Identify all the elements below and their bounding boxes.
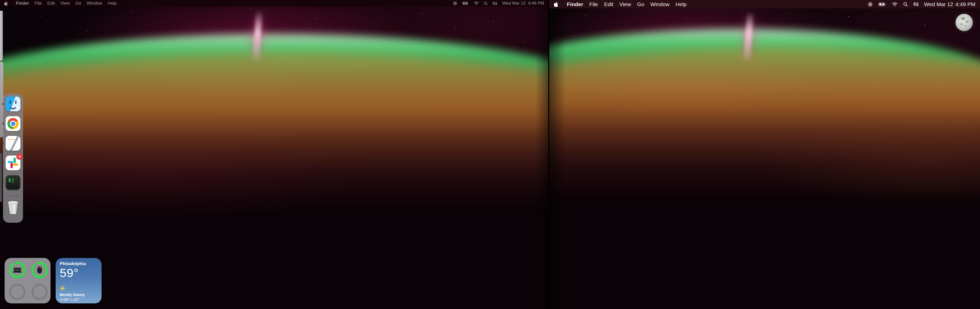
dock-separator (6, 196, 20, 196)
menu-item-go[interactable]: Go (637, 1, 644, 7)
terminal-prompt: $| (8, 177, 15, 183)
offscreen-window-edge (0, 11, 3, 61)
apple-menu[interactable] (4, 1, 8, 6)
menubar-right: Finder File Edit View Go Window Help (549, 0, 980, 8)
menubar-left: Finder File Edit View Go Window Help (0, 0, 548, 6)
menu-item-help[interactable]: Help (108, 1, 117, 6)
running-indicator (2, 162, 3, 164)
menu-item-view[interactable]: View (60, 1, 70, 6)
dock-icon-finder[interactable] (6, 97, 21, 111)
wallpaper-right (549, 0, 980, 309)
running-indicator (2, 104, 3, 105)
aurora-plume (252, 11, 262, 62)
chrome-icon (6, 116, 21, 131)
aurora-orange-band (0, 53, 548, 272)
weather-condition: Mostly Sunny (60, 292, 97, 297)
weather-temperature: 59° (60, 267, 97, 279)
dock-icon-chrome[interactable] (6, 116, 21, 131)
widget-batteries[interactable] (5, 258, 51, 303)
control-center-icon[interactable] (913, 2, 918, 6)
desktop: Finder File Edit View Go Window Help (0, 0, 980, 309)
trash-icon (6, 200, 21, 215)
slack-notification-badge (16, 153, 22, 159)
menu-item-help[interactable]: Help (676, 1, 687, 7)
menu-item-file[interactable]: File (35, 1, 41, 6)
sun-icon (60, 285, 97, 291)
battery-charging-icon[interactable] (878, 2, 886, 6)
menubar-clock[interactable]: Wed Mar 12 4:49 PM (502, 1, 544, 6)
dock-icon-trash[interactable] (6, 200, 21, 215)
spotlight-search-icon[interactable] (903, 2, 908, 6)
menubar-date: Wed Mar 12 (502, 1, 525, 6)
dock-icon-slack[interactable] (6, 156, 21, 170)
laptop-icon (13, 268, 22, 273)
menu-item-edit[interactable]: Edit (604, 1, 613, 7)
apple-icon (554, 2, 558, 7)
wifi-icon[interactable] (474, 2, 479, 5)
mouse-icon (37, 266, 42, 274)
aurora-plume (743, 11, 754, 63)
dock: $| (3, 94, 23, 223)
menubar-time: 4:49 PM (956, 1, 975, 7)
menu-app-name[interactable]: Finder (16, 1, 29, 6)
menu-app-name[interactable]: Finder (567, 1, 583, 7)
moon (956, 14, 973, 31)
spotlight-search-icon[interactable] (484, 1, 488, 5)
apple-icon (4, 1, 8, 6)
menu-item-view[interactable]: View (619, 1, 631, 7)
dock-icon-terminal[interactable]: $| (6, 175, 21, 190)
dock-icon-notes[interactable] (6, 136, 21, 151)
aurora-green-band (549, 29, 980, 258)
display-left-edge-shade (535, 0, 548, 309)
aurora-orange-band (549, 47, 980, 272)
running-indicator (2, 123, 3, 124)
battery-rings (5, 258, 51, 303)
display-right: Finder File Edit View Go Window Help (549, 0, 980, 309)
display-left: Finder File Edit View Go Window Help (0, 0, 548, 309)
terminal-icon: $| (6, 175, 21, 190)
weather-city: Philadelphia (60, 261, 97, 266)
gear-icon[interactable] (453, 1, 457, 6)
gear-icon[interactable] (868, 2, 873, 7)
menubar-clock[interactable]: Wed Mar 12 4:49 PM (924, 1, 975, 7)
menubar-time: 4:49 PM (528, 1, 544, 6)
finder-icon (6, 97, 21, 111)
menu-item-edit[interactable]: Edit (47, 1, 55, 6)
battery-charging-icon[interactable] (462, 2, 469, 5)
running-indicator (2, 143, 3, 144)
menu-item-go[interactable]: Go (75, 1, 81, 6)
weather-high-low: H:59° L:42° (60, 297, 97, 302)
menu-item-file[interactable]: File (589, 1, 598, 7)
menu-item-window[interactable]: Window (650, 1, 670, 7)
wifi-icon[interactable] (892, 2, 897, 6)
menu-item-window[interactable]: Window (87, 1, 102, 6)
aurora-green-band (0, 34, 548, 269)
control-center-icon[interactable] (493, 2, 497, 5)
widget-weather[interactable]: Philadelphia 59° Mostly Sunny H:59° L:42… (56, 258, 102, 303)
apple-menu[interactable] (554, 2, 558, 7)
desktop-widgets: Philadelphia 59° Mostly Sunny H:59° L:42… (5, 258, 102, 303)
offscreen-window-edge (0, 153, 2, 202)
display-right-edge-shade (549, 0, 566, 309)
notes-icon (6, 136, 21, 151)
menubar-date: Wed Mar 12 (924, 1, 953, 7)
running-indicator (2, 182, 3, 183)
